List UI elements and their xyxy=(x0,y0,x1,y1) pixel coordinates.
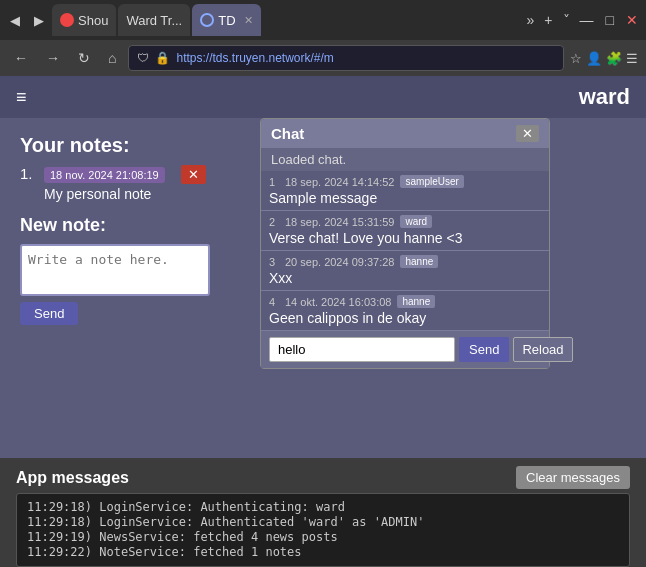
note-text-1: My personal note xyxy=(44,186,151,202)
nav-forward-button[interactable]: → xyxy=(40,48,66,68)
chat-message-2: 2 18 sep. 2024 15:31:59 ward Verse chat!… xyxy=(261,211,549,251)
tab-shoul[interactable]: Shou xyxy=(52,4,116,36)
chat-msg-time-3: 20 sep. 2024 09:37:28 xyxy=(285,256,394,268)
chat-msg-num-1: 1 xyxy=(269,176,279,188)
chat-message-4: 4 14 okt. 2024 16:03:08 hanne Geen calip… xyxy=(261,291,549,331)
chat-msg-time-1: 18 sep. 2024 14:14:52 xyxy=(285,176,394,188)
app-header: ≡ ward xyxy=(0,76,646,118)
chat-msg-num-2: 2 xyxy=(269,216,279,228)
nav-back-button[interactable]: ← xyxy=(8,48,34,68)
app-title: ward xyxy=(579,84,630,110)
chat-popup: Chat ✕ Loaded chat. 1 18 sep. 2024 14:14… xyxy=(260,118,550,369)
chat-message-1: 1 18 sep. 2024 14:14:52 sampleUser Sampl… xyxy=(261,171,549,211)
chat-msg-text-3: Xxx xyxy=(269,270,541,286)
chat-msg-user-1: sampleUser xyxy=(400,175,463,188)
youtube-favicon xyxy=(60,13,74,27)
url-text: https://tds.truyen.network/#/m xyxy=(176,51,333,65)
note-num-1: 1. xyxy=(20,165,36,182)
forward-button[interactable]: ▶ xyxy=(28,4,50,36)
nav-home-button[interactable]: ⌂ xyxy=(102,48,122,68)
new-tab-button[interactable]: + xyxy=(540,8,556,32)
chat-send-button[interactable]: Send xyxy=(459,337,509,362)
nav-actions: ☆ 👤 🧩 ☰ xyxy=(570,51,638,66)
tab-ward-label: Ward Tr... xyxy=(126,13,182,28)
chat-msg-text-4: Geen calippos in de okay xyxy=(269,310,541,326)
maximize-button[interactable]: □ xyxy=(602,8,618,32)
tab-shoul-label: Shou xyxy=(78,13,108,28)
clear-messages-button[interactable]: Clear messages xyxy=(516,466,630,489)
note-textarea[interactable] xyxy=(20,244,210,296)
tab-list-button[interactable]: ˅ xyxy=(559,8,574,32)
chat-msg-user-3: hanne xyxy=(400,255,438,268)
chat-header: Chat ✕ xyxy=(261,119,549,148)
chat-msg-time-2: 18 sep. 2024 15:31:59 xyxy=(285,216,394,228)
back-button[interactable]: ◀ xyxy=(4,4,26,36)
app-messages-section: App messages Clear messages 11:29:18) Lo… xyxy=(0,458,646,567)
note-content-1: 18 nov. 2024 21:08:19 My personal note xyxy=(44,165,165,203)
shield-favicon xyxy=(200,13,214,27)
browser-chrome: ◀ ▶ Shou Ward Tr... TD ✕ » + ˅ — □ ✕ ← →… xyxy=(0,0,646,76)
note-send-button[interactable]: Send xyxy=(20,302,78,325)
note-date-1: 18 nov. 2024 21:08:19 xyxy=(44,167,165,183)
chat-title: Chat xyxy=(271,125,304,142)
window-controls: — □ ✕ xyxy=(576,8,642,32)
log-line-2: 11:29:18) LoginService: Authenticated 'w… xyxy=(27,515,619,529)
chat-msg-text-1: Sample message xyxy=(269,190,541,206)
close-window-button[interactable]: ✕ xyxy=(622,8,642,32)
hamburger-menu[interactable]: ≡ xyxy=(16,87,27,108)
tab-td[interactable]: TD ✕ xyxy=(192,4,260,36)
security-icon: 🛡 xyxy=(137,51,149,65)
bookmark-button[interactable]: ☆ xyxy=(570,51,582,66)
app-messages-header: App messages Clear messages xyxy=(16,466,630,489)
app-messages-log: 11:29:18) LoginService: Authenticating: … xyxy=(16,493,630,567)
chat-input[interactable] xyxy=(269,337,455,362)
close-tab-button[interactable]: ✕ xyxy=(244,14,253,27)
chat-reload-button[interactable]: Reload xyxy=(513,337,572,362)
chat-close-button[interactable]: ✕ xyxy=(516,125,539,142)
chat-msg-num-4: 4 xyxy=(269,296,279,308)
account-button[interactable]: 👤 xyxy=(586,51,602,66)
delete-note-button[interactable]: ✕ xyxy=(181,165,206,184)
extensions-button[interactable]: 🧩 xyxy=(606,51,622,66)
minimize-button[interactable]: — xyxy=(576,8,598,32)
chat-input-row: Send Reload xyxy=(261,331,549,368)
more-tabs-button[interactable]: » xyxy=(523,8,539,32)
log-line-4: 11:29:22) NoteService: fetched 1 notes xyxy=(27,545,619,559)
chat-msg-time-4: 14 okt. 2024 16:03:08 xyxy=(285,296,391,308)
tab-bar: ◀ ▶ Shou Ward Tr... TD ✕ » + ˅ — □ ✕ xyxy=(0,0,646,40)
tab-td-label: TD xyxy=(218,13,235,28)
chat-loaded-text: Loaded chat. xyxy=(261,148,549,171)
log-line-1: 11:29:18) LoginService: Authenticating: … xyxy=(27,500,619,514)
app-body: Your notes: 1. 18 nov. 2024 21:08:19 My … xyxy=(0,118,646,458)
chat-msg-user-4: hanne xyxy=(397,295,435,308)
app-messages-title: App messages xyxy=(16,469,129,487)
chat-msg-text-2: Verse chat! Love you hanne <3 xyxy=(269,230,541,246)
url-bar[interactable]: 🛡 🔒 https://tds.truyen.network/#/m xyxy=(128,45,564,71)
chat-messages: 1 18 sep. 2024 14:14:52 sampleUser Sampl… xyxy=(261,171,549,331)
menu-button[interactable]: ☰ xyxy=(626,51,638,66)
tab-ward[interactable]: Ward Tr... xyxy=(118,4,190,36)
chat-msg-num-3: 3 xyxy=(269,256,279,268)
nav-refresh-button[interactable]: ↻ xyxy=(72,48,96,68)
chat-message-3: 3 20 sep. 2024 09:37:28 hanne Xxx xyxy=(261,251,549,291)
lock-icon: 🔒 xyxy=(155,51,170,65)
chat-msg-user-2: ward xyxy=(400,215,432,228)
log-line-3: 11:29:19) NewsService: fetched 4 news po… xyxy=(27,530,619,544)
nav-bar: ← → ↻ ⌂ 🛡 🔒 https://tds.truyen.network/#… xyxy=(0,40,646,76)
